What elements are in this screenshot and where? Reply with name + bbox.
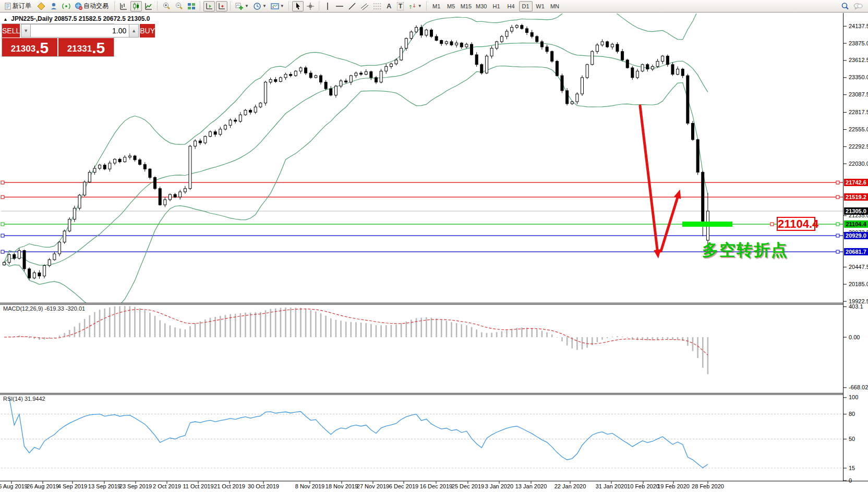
date-axis-label: 26 Aug 2019 <box>27 483 59 489</box>
zoom-out-icon <box>175 2 183 10</box>
trendline-tool-button[interactable] <box>346 1 358 11</box>
vertical-line-icon <box>324 2 331 10</box>
date-axis-label: 10 Feb 2020 <box>627 483 659 489</box>
crosshair-icon <box>306 2 315 10</box>
templates-button[interactable]: ▼ <box>269 1 286 11</box>
cursor-icon <box>294 2 302 10</box>
auto-trading-label: 自动交易 <box>83 2 108 10</box>
new-order-button[interactable]: 新订单 <box>2 1 34 11</box>
chart-ohlc-values: 20857.5 21582.5 20672.5 21305.0 <box>54 15 150 22</box>
turning-point-annotation[interactable]: 多空转折点 <box>702 239 788 261</box>
chart-shift-button[interactable] <box>203 1 215 11</box>
periods-button[interactable]: ▼ <box>251 1 268 11</box>
buy-button[interactable]: BUY <box>140 24 155 38</box>
timeframe-button-mn[interactable]: MN <box>548 1 562 11</box>
tile-windows-button[interactable] <box>186 1 197 11</box>
clock-icon <box>253 2 261 10</box>
volume-decrease-button[interactable]: ▼ <box>21 24 31 38</box>
signals-button[interactable] <box>61 1 72 11</box>
toolbar-separator <box>319 2 320 10</box>
sell-price[interactable]: 21303.5 <box>2 38 57 56</box>
macd-label: MACD(12,26,9) -619.33 -320.01 <box>3 305 85 312</box>
zoom-out-button[interactable] <box>173 1 185 11</box>
text-label-tool-icon: T <box>397 2 404 10</box>
new-order-icon <box>4 2 12 10</box>
bar-chart-mode-button[interactable] <box>118 1 129 11</box>
chat-bubbles-icon <box>853 2 863 10</box>
timeframe-button-m1[interactable]: M1 <box>430 1 443 11</box>
cursor-tool-button[interactable] <box>292 1 304 11</box>
macd-axis-tick: -668.02 <box>849 384 868 390</box>
timeframe-button-d1[interactable]: D1 <box>519 1 533 11</box>
zoom-in-icon <box>162 2 171 10</box>
timeframe-button-m15[interactable]: M15 <box>459 1 473 11</box>
search-icon <box>841 2 849 10</box>
market-watch-button[interactable] <box>35 1 47 11</box>
arrows-tool-button[interactable]: ▼ <box>407 1 424 11</box>
chevron-down-icon: ▼ <box>245 4 249 8</box>
toolbar-separator <box>230 2 231 10</box>
horizontal-line-icon <box>335 2 344 10</box>
date-axis-label: 11 Oct 2019 <box>183 483 213 489</box>
timeframe-button-h4[interactable]: H4 <box>504 1 518 11</box>
text-label-tool-button[interactable]: T <box>395 1 406 11</box>
sell-price-main: 21303 <box>11 43 35 55</box>
green-highlight-bar[interactable] <box>682 222 732 227</box>
line-chart-mode-button[interactable] <box>143 1 154 11</box>
timeframe-button-m30[interactable]: M30 <box>474 1 488 11</box>
date-axis-label: 13 Jan 2020 <box>515 483 547 489</box>
date-axis-label: 28 Feb 2020 <box>692 483 724 489</box>
price-axis-tick: 22555.0 <box>849 126 868 132</box>
templates-icon <box>271 2 279 10</box>
rsi-axis-tick: 50 <box>849 436 855 442</box>
red-v-arrow[interactable] <box>640 106 679 254</box>
sell-price-pips: .5 <box>35 41 49 55</box>
price-tag-20681.7: 20681.7 <box>844 248 868 255</box>
timeframe-button-w1[interactable]: W1 <box>534 1 547 11</box>
volume-input[interactable] <box>31 24 129 38</box>
date-axis-label: 19 Feb 2020 <box>657 483 690 489</box>
vertical-line-tool-button[interactable] <box>322 1 333 11</box>
chart-shift-icon <box>205 2 213 10</box>
auto-scroll-icon <box>218 2 226 10</box>
auto-trading-button[interactable]: 自动交易 <box>73 1 112 11</box>
search-button[interactable] <box>839 1 851 11</box>
price-tag-21104.4: 21104.4 <box>844 220 868 228</box>
spinner-down-icon: ▼ <box>23 28 28 33</box>
price-axis-tick: 23612.5 <box>849 57 868 63</box>
indicators-button[interactable]: ▼ <box>234 1 250 11</box>
price-axis-tick: 23087.5 <box>849 91 868 97</box>
price-axis-tick: 23350.0 <box>849 74 868 80</box>
volume-increase-button[interactable]: ▲ <box>129 24 139 38</box>
accounts-button[interactable] <box>48 1 59 11</box>
price-tag-21742.6: 21742.6 <box>844 179 868 186</box>
candlestick-icon <box>132 2 140 10</box>
timeframe-button-h1[interactable]: H1 <box>490 1 503 11</box>
bar-chart-icon <box>119 2 128 10</box>
mt4-terminal-window: { "toolbar": { "new_order": "新订单", "auto… <box>0 0 868 492</box>
arrow-objects-icon <box>408 2 417 10</box>
timeframe-button-m5[interactable]: M5 <box>444 1 458 11</box>
date-axis-label: 4 Sep 2019 <box>58 483 87 489</box>
buy-price[interactable]: 21331.5 <box>58 38 114 56</box>
zoom-in-button[interactable] <box>161 1 172 11</box>
text-tool-button[interactable]: A <box>384 1 394 11</box>
price-annotation-box[interactable]: 21104.4 <box>777 217 815 231</box>
price-axis-tick: 22030.0 <box>849 161 868 167</box>
channel-tool-button[interactable] <box>359 1 370 11</box>
rsi-label: RSI(14) 31.9442 <box>3 396 45 402</box>
toolbar-separator <box>426 2 427 10</box>
auto-trading-icon <box>75 2 83 10</box>
date-axis-label: 27 Nov 2019 <box>357 483 389 489</box>
sell-button[interactable]: SELL <box>2 24 20 38</box>
fibonacci-tool-button[interactable] <box>371 1 383 11</box>
macd-axis-tick: 0.00 <box>849 334 860 340</box>
candlestick-mode-button[interactable] <box>130 1 142 11</box>
date-axis-label: 31 Jan 2020 <box>596 483 628 489</box>
price-tag-21305.0: 21305.0 <box>844 207 868 215</box>
crosshair-tool-button[interactable] <box>305 1 316 11</box>
chevron-down-icon: ▼ <box>418 4 422 8</box>
auto-scroll-button[interactable] <box>216 1 227 11</box>
community-chat-button[interactable] <box>852 1 864 11</box>
horizontal-line-tool-button[interactable] <box>334 1 345 11</box>
